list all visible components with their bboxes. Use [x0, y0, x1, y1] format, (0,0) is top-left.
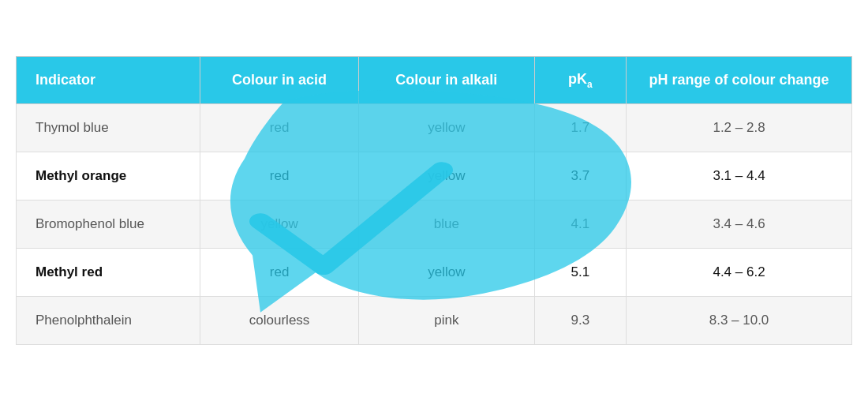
cell-ph-range: 3.1 – 4.4: [627, 152, 852, 200]
cell-alkali: pink: [359, 297, 534, 345]
cell-indicator: Methyl orange: [17, 152, 200, 200]
cell-pka: 5.1: [534, 249, 626, 297]
cell-pka: 3.7: [534, 152, 626, 200]
cell-ph-range: 3.4 – 4.6: [627, 200, 852, 249]
table-row: Methyl orangeredyellow3.73.1 – 4.4: [17, 152, 852, 200]
cell-acid: yellow: [200, 200, 358, 249]
cell-acid: red: [200, 104, 358, 152]
header-alkali: Colour in alkali: [359, 56, 534, 104]
cell-indicator: Methyl red: [17, 249, 200, 297]
cell-pka: 9.3: [534, 297, 626, 345]
cell-acid: colourless: [200, 297, 358, 345]
cell-acid: red: [200, 249, 358, 297]
header-indicator: Indicator: [17, 56, 200, 104]
cell-acid: red: [200, 152, 358, 200]
table-row: Methyl redredyellow5.14.4 – 6.2: [17, 249, 852, 297]
table-row: Thymol blueredyellow1.71.2 – 2.8: [17, 104, 852, 152]
header-pka-sub: a: [587, 78, 593, 89]
cell-ph-range: 8.3 – 10.0: [627, 297, 852, 345]
cell-ph-range: 1.2 – 2.8: [627, 104, 852, 152]
cell-pka: 1.7: [534, 104, 626, 152]
indicator-table-container: Indicator Colour in acid Colour in alkal…: [16, 56, 852, 346]
cell-alkali: yellow: [359, 249, 534, 297]
indicator-table: Indicator Colour in acid Colour in alkal…: [16, 56, 852, 346]
cell-alkali: yellow: [359, 104, 534, 152]
header-acid: Colour in acid: [200, 56, 358, 104]
header-ph-range: pH range of colour change: [627, 56, 852, 104]
cell-ph-range: 4.4 – 6.2: [627, 249, 852, 297]
table-row: Phenolphthaleincolourlesspink9.38.3 – 10…: [17, 297, 852, 345]
table-header-row: Indicator Colour in acid Colour in alkal…: [17, 56, 852, 104]
header-pka: pKa: [534, 56, 626, 104]
cell-pka: 4.1: [534, 200, 626, 249]
header-pka-text: pK: [568, 71, 587, 87]
cell-indicator: Phenolphthalein: [17, 297, 200, 345]
table-body: Thymol blueredyellow1.71.2 – 2.8Methyl o…: [17, 104, 852, 345]
cell-indicator: Bromophenol blue: [17, 200, 200, 249]
cell-indicator: Thymol blue: [17, 104, 200, 152]
table-row: Bromophenol blueyellowblue4.13.4 – 4.6: [17, 200, 852, 249]
cell-alkali: yellow: [359, 152, 534, 200]
cell-alkali: blue: [359, 200, 534, 249]
